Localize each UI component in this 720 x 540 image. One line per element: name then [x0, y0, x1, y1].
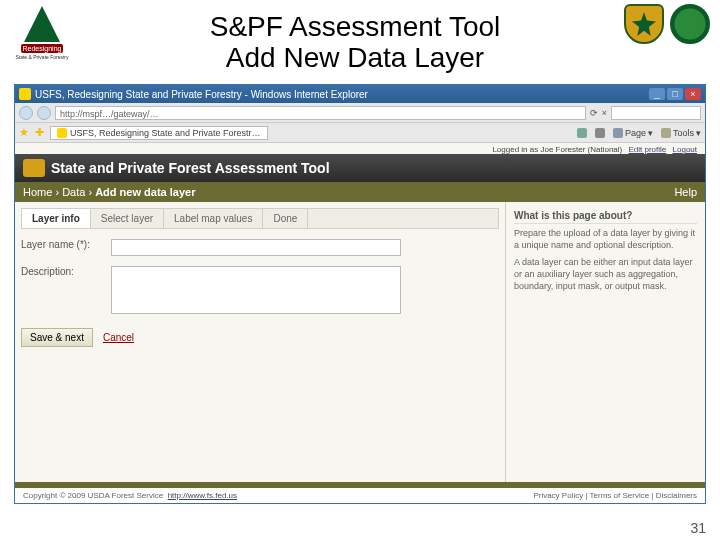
stop-button[interactable]: ×: [602, 108, 607, 118]
crumb-data[interactable]: Data: [62, 186, 85, 198]
help-link[interactable]: Help: [674, 186, 697, 198]
maximize-button[interactable]: □: [667, 88, 683, 100]
window-titlebar: USFS, Redesigning State and Private Fore…: [15, 85, 705, 103]
content-area: Layer info Select layer Label map values…: [15, 202, 705, 482]
refresh-button[interactable]: ⟳: [590, 108, 598, 118]
home-icon: [577, 128, 587, 138]
sidebar-p1: Prepare the upload of a data layer by gi…: [514, 228, 697, 251]
page-menu[interactable]: Page▾: [613, 128, 653, 138]
slide-title-line2: Add New Data Layer: [86, 43, 624, 74]
description-label: Description:: [21, 266, 111, 314]
main-form: Layer info Select layer Label map values…: [15, 202, 505, 482]
usfs-shield-icon: [624, 4, 664, 44]
tab-favicon-icon: [57, 128, 67, 138]
help-sidebar: What is this page about? Prepare the upl…: [505, 202, 705, 482]
address-bar[interactable]: http://mspf…/gateway/…: [55, 106, 586, 120]
add-favorite-icon[interactable]: ✚: [35, 126, 44, 139]
wizard-step-select-layer[interactable]: Select layer: [91, 209, 164, 228]
app-header: State and Private Forest Assessment Tool: [15, 154, 705, 182]
save-next-button[interactable]: Save & next: [21, 328, 93, 347]
sidebar-p2: A data layer can be either an input data…: [514, 257, 697, 292]
slide-title-line1: S&PF Assessment Tool: [86, 12, 624, 43]
wizard-steps: Layer info Select layer Label map values…: [21, 208, 499, 229]
spf-logo: Redesigning State & Private Forestry: [10, 4, 74, 84]
webpage: Logged in as Joe Forester (National) Edi…: [15, 143, 705, 503]
gear-icon: [661, 128, 671, 138]
cancel-link[interactable]: Cancel: [103, 332, 134, 343]
description-textarea[interactable]: [111, 266, 401, 314]
browser-tabbar: ★ ✚ USFS, Redesigning State and Private …: [15, 123, 705, 143]
seal-group: [624, 4, 710, 44]
print-button[interactable]: [595, 128, 605, 138]
agency-seal-icon: [670, 4, 710, 44]
fs-badge-icon: [23, 159, 45, 177]
breadcrumb: Home › Data › Add new data layer Help: [15, 182, 705, 202]
search-box[interactable]: [611, 106, 701, 120]
logo-subtext: State & Private Forestry: [15, 54, 68, 60]
slide-title: S&PF Assessment Tool Add New Data Layer: [86, 4, 624, 74]
layer-name-label: Layer name (*):: [21, 239, 111, 256]
home-button[interactable]: [577, 128, 587, 138]
footer-link[interactable]: http://www.fs.fed.us: [168, 491, 237, 500]
logo-banner: Redesigning: [21, 44, 64, 53]
browser-navbar: http://mspf…/gateway/… ⟳ ×: [15, 103, 705, 123]
page-icon: [613, 128, 623, 138]
close-button[interactable]: ×: [685, 88, 701, 100]
wizard-step-done[interactable]: Done: [263, 209, 308, 228]
browser-tab[interactable]: USFS, Redesigning State and Private Fore…: [50, 126, 268, 140]
app-title: State and Private Forest Assessment Tool: [51, 160, 330, 176]
copyright-text: Copyright © 2009 USDA Forest Service: [23, 491, 163, 500]
logged-in-text: Logged in as Joe Forester (National): [492, 145, 622, 154]
browser-window: USFS, Redesigning State and Private Fore…: [14, 84, 706, 504]
minimize-button[interactable]: _: [649, 88, 665, 100]
slide-number: 31: [690, 520, 706, 536]
logout-link[interactable]: Logout: [673, 145, 697, 154]
tree-icon: [24, 6, 60, 42]
layer-name-input[interactable]: [111, 239, 401, 256]
sidebar-heading: What is this page about?: [514, 210, 697, 224]
window-title: USFS, Redesigning State and Private Fore…: [35, 89, 368, 100]
tab-label: USFS, Redesigning State and Private Fore…: [70, 128, 261, 138]
back-button[interactable]: [19, 106, 33, 120]
favorites-icon[interactable]: ★: [19, 126, 29, 139]
forward-button[interactable]: [37, 106, 51, 120]
page-footer: Copyright © 2009 USDA Forest Service htt…: [15, 488, 705, 503]
crumb-current: Add new data layer: [95, 186, 195, 198]
print-icon: [595, 128, 605, 138]
slide-header: Redesigning State & Private Forestry S&P…: [0, 0, 720, 84]
edit-profile-link[interactable]: Edit profile: [629, 145, 667, 154]
user-bar: Logged in as Joe Forester (National) Edi…: [15, 143, 705, 154]
crumb-home[interactable]: Home: [23, 186, 52, 198]
favicon-icon: [19, 88, 31, 100]
wizard-step-label-values[interactable]: Label map values: [164, 209, 263, 228]
tools-menu[interactable]: Tools▾: [661, 128, 701, 138]
footer-right-links[interactable]: Privacy Policy | Terms of Service | Disc…: [533, 491, 697, 500]
wizard-step-layer-info[interactable]: Layer info: [22, 209, 91, 228]
